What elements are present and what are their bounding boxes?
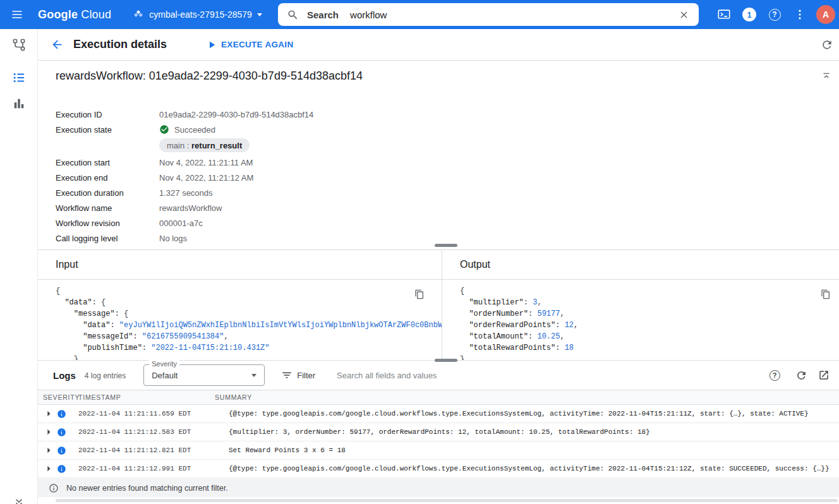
execution-field-row: Workflow revision000001-a7c [56,215,824,231]
chip-result-name: return_result [191,141,242,150]
notifications-button[interactable]: 1 [737,0,762,29]
expand-arrow-icon[interactable] [42,462,56,475]
expand-arrow-icon[interactable] [42,407,56,420]
hamburger-menu-button[interactable] [0,0,34,29]
google-cloud-topbar: Google Cloud cymbal-eats-27915-28579 Sea… [0,0,839,29]
sidebar-item-workflows[interactable] [0,30,37,60]
open-in-new-icon [818,369,830,381]
severity-select-value: Default [152,371,178,380]
logs-footer-notice: No newer entries found matching current … [38,479,839,497]
output-panel-title: Output [442,250,839,280]
copy-icon [414,289,425,299]
help-button[interactable]: ? [762,0,787,29]
back-arrow-icon [51,38,64,51]
log-summary: {multiplier: 3, orderNumber: 59177, orde… [229,428,839,436]
open-in-new-button[interactable] [812,364,835,387]
google-cloud-logo[interactable]: Google Cloud [38,8,111,21]
logo-cloud-text: Cloud [81,8,111,21]
refresh-button[interactable] [816,34,838,56]
splitter-drag-handle[interactable] [435,244,457,247]
severity-info-icon [56,409,67,419]
field-value: rewardsWorkflow [159,203,222,213]
collapse-logs-panel-button[interactable] [13,496,25,504]
horizontal-scrollbar[interactable] [56,499,838,502]
workflows-left-rail [0,29,38,504]
expand-arrow-icon[interactable] [42,426,56,438]
execution-title-row: rewardsWorkflow: 01e9ada2-2299-4030-b7d9… [38,61,839,92]
code-line: "totalRewardPoints": 18 [460,342,839,354]
sidebar-item-metrics[interactable] [0,88,37,119]
log-timestamp: 2022-11-04 11:21:12.583 EDT [78,428,203,436]
code-line: "orderRewardPoints": 12, [460,320,839,331]
expand-arrow-icon[interactable] [42,444,56,457]
notification-count-badge: 1 [742,8,756,21]
log-row[interactable]: 2022-11-04 11:21:11.659 EDT{@type: type.… [38,405,839,423]
info-icon [49,483,59,493]
code-line: "orderNumber": 59177, [460,308,839,320]
copy-output-button[interactable] [818,286,834,303]
project-icon [133,9,144,20]
project-switcher[interactable]: cymbal-eats-27915-28579 [133,0,262,29]
field-label: Execution end [56,173,159,183]
execute-again-button[interactable]: EXECUTE AGAIN [206,39,293,51]
logo-google-text: Google [38,8,78,21]
severity-select[interactable]: Severity Default [143,364,265,386]
more-options-button[interactable] [787,0,812,29]
chip-step-name: main [167,141,184,150]
field-label: Workflow name [56,203,159,213]
account-avatar[interactable]: A [816,5,835,24]
workflow-step-chip[interactable]: main : return_result [159,138,250,152]
code-line: "message": { [56,308,442,320]
field-value: 01e9ada2-2299-4030-b7d9-514d38acbf14 [159,110,313,119]
logs-refresh-button[interactable] [790,364,812,387]
collapse-up-icon [821,71,832,82]
code-line: "totalAmount": 10.25, [460,331,839,342]
output-code: { "multiplier": 3, "orderNumber": 59177,… [460,285,839,360]
log-row[interactable]: 2022-11-04 11:21:12.583 EDT{multiplier: … [38,423,839,441]
execution-field-row: Execution duration1.327 seconds [56,185,824,200]
input-panel: Input { "data": { "message": { "data": "… [38,250,442,360]
chevron-down-icon [257,13,262,16]
field-value: 1.327 seconds [159,188,213,198]
search-label: Search [307,9,339,20]
log-timestamp: 2022-11-04 11:21:11.659 EDT [78,410,203,417]
field-value: 000001-a7c [159,219,203,228]
log-row[interactable]: 2022-11-04 11:21:12.821 EDTSet Reward Po… [38,441,839,460]
logs-search-input[interactable] [337,371,767,380]
cloud-shell-icon [717,8,731,21]
help-icon: ? [770,370,780,381]
input-panel-title: Input [38,250,442,280]
logs-entry-count: 4 log entries [85,371,126,380]
execution-step-row: main : return_result [56,137,824,155]
cloud-shell-button[interactable] [711,0,737,29]
double-chevron-down-icon [13,496,25,504]
code-line: "multiplier": 3, [460,297,839,308]
footer-notice-text: No newer entries found matching current … [66,484,228,493]
log-row[interactable]: 2022-11-04 11:21:12.991 EDT{@type: type.… [38,460,839,478]
logs-help-button[interactable]: ? [767,364,790,387]
field-label: Execution duration [56,188,159,198]
output-code-area: { "multiplier": 3, "orderNumber": 59177,… [442,280,839,360]
global-search-bar[interactable]: Search workflow [278,3,699,26]
column-header-timestamp: TIMESTAMP [78,393,203,401]
back-button[interactable] [44,32,69,57]
copy-icon [821,289,831,299]
logs-table: SEVERITY TIMESTAMP SUMMARY 2022-11-04 11… [38,390,839,478]
severity-select-label: Severity [149,360,179,368]
field-label: Execution state [56,125,159,135]
input-code: { "data": { "message": { "data": "eyJuYW… [56,285,442,360]
code-line: "messageId": "6216755909541384", [56,331,442,342]
log-summary: {@type: type.googleapis.com/google.cloud… [229,465,839,472]
input-code-area: { "data": { "message": { "data": "eyJuYW… [38,280,442,360]
log-summary: Set Reward Points 3 x 6 = 18 [229,447,839,454]
log-timestamp: 2022-11-04 11:21:12.991 EDT [78,465,203,472]
collapse-section-button[interactable] [816,66,836,87]
hamburger-icon [11,8,23,21]
execution-title: rewardsWorkflow: 01e9ada2-2299-4030-b7d9… [56,69,363,83]
copy-input-button[interactable] [411,286,428,303]
splitter-drag-handle[interactable] [435,359,457,362]
more-vert-icon [794,8,806,21]
filter-button[interactable]: Filter [281,369,315,381]
search-query-text: workflow [350,9,387,20]
clear-search-button[interactable] [675,6,692,23]
